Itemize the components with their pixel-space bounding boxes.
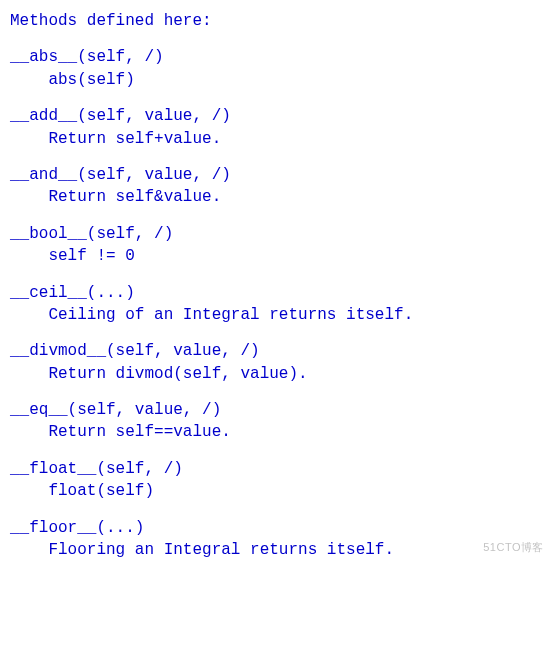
method-entry: __bool__(self, /) self != 0 (10, 223, 550, 268)
method-signature: __bool__(self, /) (10, 223, 550, 245)
section-header: Methods defined here: (10, 10, 550, 32)
method-entry: __float__(self, /) float(self) (10, 458, 550, 503)
method-doc-text: Flooring an Integral returns itself. (48, 541, 394, 559)
method-signature: __ceil__(...) (10, 282, 550, 304)
method-entry: __and__(self, value, /) Return self&valu… (10, 164, 550, 209)
method-doc-text: Ceiling of an Integral returns itself. (48, 306, 413, 324)
method-doc: Flooring an Integral returns itself. (10, 539, 550, 561)
method-doc-text: float(self) (48, 482, 154, 500)
method-doc-text: abs(self) (48, 71, 134, 89)
method-signature: __and__(self, value, /) (10, 164, 550, 186)
method-entry: __abs__(self, /) abs(self) (10, 46, 550, 91)
method-doc-text: self != 0 (48, 247, 134, 265)
method-signature: __eq__(self, value, /) (10, 399, 550, 421)
method-signature: __float__(self, /) (10, 458, 550, 480)
method-signature: __floor__(...) (10, 517, 550, 539)
method-doc-text: Return self+value. (48, 130, 221, 148)
method-doc: Ceiling of an Integral returns itself. (10, 304, 550, 326)
method-doc: Return self&value. (10, 186, 550, 208)
method-entry: __divmod__(self, value, /) Return divmod… (10, 340, 550, 385)
method-doc: abs(self) (10, 69, 550, 91)
method-entry: __add__(self, value, /) Return self+valu… (10, 105, 550, 150)
method-doc: self != 0 (10, 245, 550, 267)
watermark-text: 51CTO博客 (483, 540, 544, 555)
method-entry: __ceil__(...) Ceiling of an Integral ret… (10, 282, 550, 327)
method-doc: float(self) (10, 480, 550, 502)
method-doc: Return divmod(self, value). (10, 363, 550, 385)
method-signature: __divmod__(self, value, /) (10, 340, 550, 362)
method-doc-text: Return self&value. (48, 188, 221, 206)
method-doc: Return self+value. (10, 128, 550, 150)
method-entry: __eq__(self, value, /) Return self==valu… (10, 399, 550, 444)
method-entry: __floor__(...) Flooring an Integral retu… (10, 517, 550, 562)
method-doc-text: Return self==value. (48, 423, 230, 441)
method-doc: Return self==value. (10, 421, 550, 443)
method-signature: __abs__(self, /) (10, 46, 550, 68)
method-signature: __add__(self, value, /) (10, 105, 550, 127)
method-doc-text: Return divmod(self, value). (48, 365, 307, 383)
